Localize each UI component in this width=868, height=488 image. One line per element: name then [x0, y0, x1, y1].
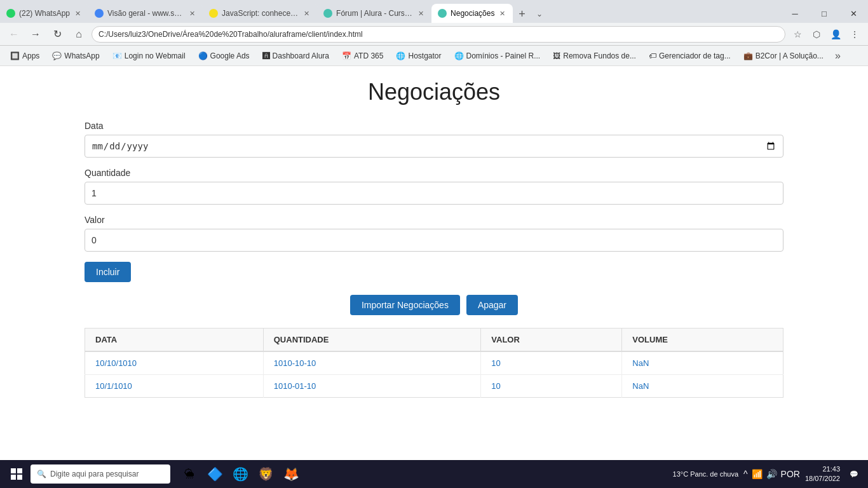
taskbar-search[interactable]: 🔍 Digite aqui para pesquisar	[31, 464, 170, 484]
tray-wifi-icon[interactable]: 📶	[752, 469, 763, 479]
tab-close-javascript[interactable]: ✕	[302, 8, 311, 19]
table-header-row: DATA QUANTIDADE VALOR VOLUME	[85, 329, 783, 352]
td-data: 10/10/1010	[85, 351, 264, 375]
importar-negociacoes-button[interactable]: Importar Negociações	[350, 295, 460, 315]
windows-logo-icon	[11, 468, 22, 480]
bookmark-remova-fundos[interactable]: 🖼 Remova Fundos de...	[548, 50, 641, 62]
taskbar-tray-icons: ^ 📶 🔊 POR	[743, 469, 800, 479]
bookmark-remova-fundos-icon: 🖼	[553, 51, 560, 60]
taskbar-vscode-app[interactable]: 🔷	[203, 463, 226, 485]
tab-favicon-javascript	[209, 9, 218, 18]
home-button[interactable]: ⌂	[70, 25, 88, 43]
tab-overflow-button[interactable]: ⌄	[531, 5, 548, 23]
data-label: Data	[85, 121, 783, 131]
form-group-valor: Valor	[85, 215, 783, 252]
bookmark-gerenciador-tags-label: Gerenciador de tag...	[659, 51, 731, 60]
tab-forum-alura[interactable]: Fórum | Alura - Cursos onlin... ✕	[317, 4, 431, 23]
menu-icon[interactable]: ⋮	[846, 26, 863, 43]
new-tab-button[interactable]: +	[513, 5, 531, 23]
bookmark-apps[interactable]: 🔲 Apps	[5, 50, 44, 62]
form-group-data: Data	[85, 121, 783, 158]
bookmark-apps-icon: 🔲	[10, 51, 20, 60]
tab-close-forum-alura[interactable]: ✕	[417, 8, 425, 19]
form-group-quantidade: Quantidade	[85, 168, 783, 205]
forward-button[interactable]: →	[27, 25, 44, 43]
tab-negociacoes[interactable]: Negociações ✕	[431, 4, 513, 23]
close-button[interactable]: ✕	[839, 4, 868, 23]
bookmark-dominios[interactable]: 🌐 Domínios - Painel R...	[449, 50, 546, 62]
tray-volume-icon[interactable]: 🔊	[766, 469, 777, 479]
bookmark-whatsapp-label: WhatsApp	[64, 51, 99, 60]
bookmark-login-webmail-icon: 📧	[112, 51, 122, 60]
td-volume: NaN	[622, 375, 783, 398]
taskbar-time: 21:43	[805, 464, 840, 474]
data-input[interactable]	[85, 135, 783, 158]
page-content: Negociações Data Quantidade Valor Inclui…	[0, 66, 868, 460]
back-button[interactable]: ←	[5, 25, 23, 43]
taskbar-search-label: Digite aqui para pesquisar	[50, 470, 139, 478]
valor-input[interactable]	[85, 229, 783, 252]
taskbar-date: 18/07/2022	[805, 474, 840, 484]
tab-favicon-visao-geral	[95, 9, 104, 18]
tab-label-whatsapp: (22) WhatsApp	[19, 9, 70, 18]
bookmark-dashboard-alura-icon: 🅰	[262, 51, 270, 60]
bookmark-hostgator[interactable]: 🌐 Hostgator	[391, 50, 446, 62]
tab-whatsapp[interactable]: (22) WhatsApp ✕	[0, 4, 88, 23]
tab-favicon-whatsapp	[6, 9, 15, 18]
bookmark-gerenciador-tags[interactable]: 🏷 Gerenciador de tag...	[644, 50, 736, 62]
tab-visao-geral[interactable]: Visão geral - www.sulamerica... ✕	[88, 4, 203, 23]
tab-label-negociacoes: Negociações	[451, 9, 494, 18]
bookmark-login-webmail-label: Login no Webmail	[125, 51, 186, 60]
notification-center-button[interactable]: 💬	[845, 465, 863, 483]
tray-language: POR	[781, 469, 800, 479]
taskbar-apps: 🌦 🔷 🌐 🦁 🦊	[178, 463, 302, 485]
address-icons: ☆ ⬡ 👤 ⋮	[789, 26, 863, 43]
tray-arrow-icon[interactable]: ^	[743, 469, 748, 479]
bookmarks-bar: 🔲 Apps 💬 WhatsApp 📧 Login no Webmail 🔵 G…	[0, 46, 868, 66]
bookmark-google-ads[interactable]: 🔵 Google Ads	[193, 50, 255, 62]
start-button[interactable]	[5, 463, 28, 485]
taskbar-emoji-app[interactable]: 🌦	[178, 463, 201, 485]
bookmark-dashboard-alura-label: Dashboard Alura	[273, 51, 329, 60]
td-valor: 10	[481, 375, 622, 398]
search-icon: 🔍	[37, 470, 46, 478]
bookmark-atd365-icon: 📅	[342, 51, 351, 60]
browser-chrome: (22) WhatsApp ✕ Visão geral - www.sulame…	[0, 0, 868, 66]
address-input[interactable]	[92, 26, 785, 43]
reload-button[interactable]: ↻	[48, 25, 66, 43]
tab-javascript[interactable]: JavaScript: conhecendo o Br... ✕	[203, 4, 317, 23]
bookmark-star-icon[interactable]: ☆	[789, 26, 806, 43]
quantidade-input[interactable]	[85, 182, 783, 205]
taskbar-clock[interactable]: 21:43 18/07/2022	[805, 464, 840, 484]
bookmark-google-ads-label: Google Ads	[210, 51, 250, 60]
tab-label-visao-geral: Visão geral - www.sulamerica...	[107, 9, 184, 18]
bookmark-apps-label: Apps	[22, 51, 39, 60]
td-quantidade: 1010-10-10	[263, 351, 481, 375]
bookmark-whatsapp[interactable]: 💬 WhatsApp	[47, 50, 104, 62]
table-row: 10/1/10101010-01-1010NaN	[85, 375, 783, 398]
extensions-icon[interactable]: ⬡	[808, 26, 825, 43]
incluir-button[interactable]: Incluir	[85, 262, 131, 282]
bookmark-google-ads-icon: 🔵	[198, 51, 208, 60]
bookmark-b2cor[interactable]: 💼 B2Cor | A Solução...	[738, 50, 829, 62]
tab-close-whatsapp[interactable]: ✕	[74, 8, 82, 19]
profile-icon[interactable]: 👤	[827, 26, 844, 43]
bookmark-dominios-icon: 🌐	[454, 51, 464, 60]
bookmark-atd365[interactable]: 📅 ATD 365	[337, 50, 388, 62]
taskbar-chrome-app[interactable]: 🌐	[229, 463, 252, 485]
bookmark-login-webmail[interactable]: 📧 Login no Webmail	[107, 50, 191, 62]
maximize-button[interactable]: □	[810, 4, 839, 23]
table-container: DATA QUANTIDADE VALOR VOLUME 10/10/10101…	[85, 328, 783, 398]
taskbar-firefox-app[interactable]: 🦊	[280, 463, 302, 485]
minimize-button[interactable]: ─	[780, 4, 810, 23]
th-quantidade: QUANTIDADE	[263, 329, 481, 352]
tab-label-javascript: JavaScript: conhecendo o Br...	[222, 9, 299, 18]
taskbar-brave-app[interactable]: 🦁	[254, 463, 277, 485]
th-valor: VALOR	[481, 329, 622, 352]
tab-close-negociacoes[interactable]: ✕	[498, 8, 506, 19]
bookmarks-overflow-button[interactable]: »	[831, 49, 844, 63]
bookmark-b2cor-icon: 💼	[743, 51, 753, 60]
apagar-button[interactable]: Apagar	[466, 295, 518, 315]
bookmark-dashboard-alura[interactable]: 🅰 Dashboard Alura	[257, 50, 334, 62]
tab-close-visao-geral[interactable]: ✕	[188, 8, 196, 19]
